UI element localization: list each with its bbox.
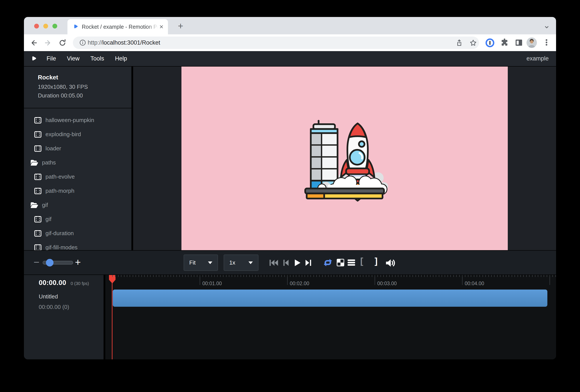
extensions-puzzle-icon[interactable]: [500, 38, 509, 47]
new-tab-button[interactable]: +: [174, 20, 187, 32]
tab-close-icon[interactable]: [159, 24, 164, 29]
side-panel-extension-icon[interactable]: [514, 38, 523, 47]
forward-icon[interactable]: [44, 39, 52, 47]
transparency-checkerboard-icon[interactable]: [335, 258, 345, 267]
ruler-frame-tick: [529, 275, 530, 277]
ruler-frame-tick: [147, 275, 148, 277]
main-content: Rocket 1920x1080, 30 FPS Duration 00:05.…: [24, 67, 556, 250]
timeline-tracks-area[interactable]: 00:01.0000:02.0000:03.0000:04.00: [105, 275, 556, 359]
ruler-frame-tick: [316, 275, 317, 277]
url-address-bar[interactable]: http://localhost:3001/Rocket: [73, 36, 479, 49]
ruler-frame-tick: [535, 275, 535, 277]
ruler-frame-tick: [506, 275, 506, 277]
ruler-frame-tick: [427, 275, 428, 277]
ruler-frame-tick: [176, 275, 177, 277]
out-point-icon[interactable]: ]: [375, 256, 377, 266]
share-icon[interactable]: [455, 39, 463, 47]
ruler-frame-tick: [191, 275, 191, 277]
ruler-frame-tick: [503, 275, 503, 277]
ruler-frame-tick: [468, 275, 468, 277]
timeline-zoom-in-button[interactable]: +: [73, 256, 83, 268]
sidebar-item-halloween-pumpkin[interactable]: halloween-pumpkin: [24, 113, 132, 127]
ruler-frame-tick: [459, 275, 460, 277]
sidebar-item-path-evolve[interactable]: path-evolve: [24, 170, 132, 184]
tab-search-chevron-icon[interactable]: [544, 24, 550, 30]
menu-view[interactable]: View: [67, 54, 80, 63]
compositions-sidebar: Rocket 1920x1080, 30 FPS Duration 00:05.…: [24, 67, 132, 250]
in-point-icon[interactable]: [: [360, 256, 363, 266]
ruler-frame-tick: [410, 275, 410, 277]
sidebar-folder-gif[interactable]: gif: [24, 198, 132, 212]
sidebar-resize-handle[interactable]: [132, 67, 133, 250]
site-info-icon[interactable]: [79, 39, 86, 46]
sidebar-item-path-morph[interactable]: path-morph: [24, 184, 132, 198]
sidebar-item-gif[interactable]: gif: [24, 212, 132, 226]
ruler-frame-tick: [273, 275, 273, 277]
ruler-frame-tick: [433, 275, 433, 277]
timeline-zoom-slider-thumb[interactable]: [46, 259, 53, 266]
profile-avatar[interactable]: [527, 37, 537, 48]
video-canvas[interactable]: [181, 67, 508, 250]
film-icon: [33, 131, 42, 138]
ruler-frame-tick: [185, 275, 186, 277]
ruler-second-tick: [462, 275, 462, 285]
current-frame-label: 0 (30 fps): [70, 281, 89, 286]
ruler-frame-tick: [477, 275, 477, 277]
menu-tools[interactable]: Tools: [90, 54, 105, 63]
rich-timeline-icon[interactable]: [346, 258, 356, 267]
sidebar-item-exploding-bird[interactable]: exploding-bird: [24, 127, 132, 141]
ruler-frame-tick: [124, 275, 125, 277]
ruler-frame-tick: [474, 275, 474, 277]
ruler-frame-tick: [133, 275, 133, 277]
close-window-button[interactable]: [34, 24, 39, 28]
timeline-sequence-bar[interactable]: [113, 289, 547, 307]
ruler-frame-tick: [555, 275, 556, 277]
canvas-size-value: Fit: [189, 259, 196, 266]
next-frame-icon[interactable]: [303, 258, 314, 268]
playback-speed-dropdown[interactable]: 1x: [224, 255, 259, 271]
film-icon: [33, 145, 42, 152]
ruler-frame-tick: [150, 275, 150, 277]
browser-menu-kebab-icon[interactable]: [542, 38, 551, 47]
playback-toolbar: − + Fit 1x: [24, 250, 556, 274]
previous-frame-icon[interactable]: [281, 258, 291, 268]
minimize-window-button[interactable]: [43, 24, 48, 28]
loop-icon[interactable]: [322, 257, 333, 268]
ruler-frame-tick: [156, 275, 156, 277]
folder-icon: [30, 202, 39, 208]
ruler-frame-tick: [377, 275, 378, 277]
ruler-frame-tick: [520, 275, 521, 277]
reload-icon[interactable]: [58, 39, 67, 47]
ruler-frame-tick: [206, 275, 206, 277]
folder-icon: [30, 159, 39, 166]
ruler-frame-tick: [246, 275, 247, 277]
play-icon[interactable]: [292, 258, 302, 268]
ruler-frame-tick: [494, 275, 494, 277]
browser-tab[interactable]: Rocket / example - Remotion Pr: [67, 19, 168, 34]
bookmark-star-icon[interactable]: [469, 39, 477, 47]
sidebar-folder-paths[interactable]: paths: [24, 155, 132, 170]
skip-to-start-icon[interactable]: [269, 258, 279, 268]
ruler-frame-tick: [386, 275, 387, 277]
remotion-logo-icon[interactable]: [30, 55, 37, 62]
sidebar-item-loader[interactable]: loader: [24, 141, 132, 155]
sidebar-item-gif-duration[interactable]: gif-duration: [24, 226, 132, 240]
menu-help[interactable]: Help: [115, 54, 128, 63]
menu-file[interactable]: File: [46, 54, 57, 63]
back-icon[interactable]: [30, 39, 38, 47]
volume-icon[interactable]: [385, 258, 396, 268]
ruler-frame-tick: [331, 275, 331, 277]
onepassword-extension-icon[interactable]: [485, 38, 495, 48]
window-controls: [34, 24, 57, 28]
ruler-frame-tick: [381, 275, 381, 277]
fullscreen-window-button[interactable]: [52, 24, 57, 28]
timeline-zoom-out-button[interactable]: −: [32, 256, 41, 268]
ruler-time-label: 00:01.00: [202, 281, 222, 286]
ruler-frame-tick: [442, 275, 442, 277]
ruler-frame-tick: [296, 275, 296, 277]
ruler-frame-tick: [532, 275, 533, 277]
ruler-frame-tick: [541, 275, 541, 277]
canvas-size-dropdown[interactable]: Fit: [184, 255, 218, 271]
sidebar-item-gif-fill-modes[interactable]: gif-fill-modes: [24, 240, 132, 250]
composition-list: halloween-pumpkinexploding-birdloaderpat…: [24, 108, 132, 250]
